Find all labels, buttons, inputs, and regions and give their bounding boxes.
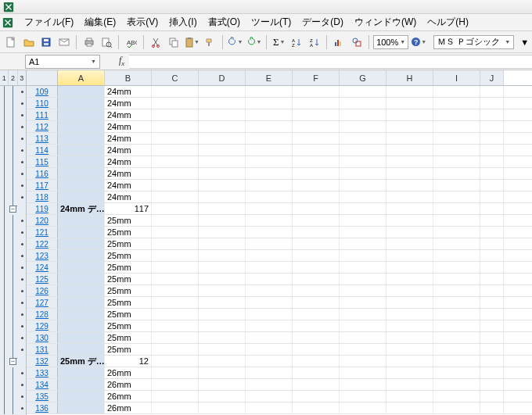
row-header[interactable]: 119 (27, 203, 58, 214)
cell-F[interactable] (293, 332, 340, 343)
cell-F[interactable] (293, 356, 340, 367)
cell-E[interactable] (246, 121, 293, 132)
col-header-G[interactable]: G (340, 70, 386, 85)
cell-H[interactable] (386, 215, 433, 226)
cell-E[interactable] (246, 250, 293, 261)
cell-G[interactable] (340, 285, 386, 296)
row-header[interactable]: 110 (27, 98, 58, 109)
cell-A[interactable] (58, 250, 105, 261)
cell-B[interactable]: 25mm (105, 309, 152, 320)
cell-F[interactable] (293, 391, 340, 402)
cell-C[interactable] (152, 215, 199, 226)
cell-C[interactable] (152, 145, 199, 156)
cell-G[interactable] (340, 391, 386, 402)
cell-F[interactable] (293, 109, 340, 120)
cell-J[interactable] (480, 391, 504, 402)
cell-B[interactable]: 12 (105, 356, 152, 367)
cell-C[interactable] (152, 168, 199, 179)
cell-F[interactable] (293, 215, 340, 226)
cell-J[interactable] (480, 356, 504, 367)
cell-H[interactable] (386, 274, 433, 284)
cell-D[interactable] (199, 238, 246, 249)
cell-G[interactable] (340, 332, 386, 343)
cell-F[interactable] (293, 402, 340, 413)
cell-A[interactable] (58, 121, 105, 132)
cell-B[interactable]: 24mm (105, 191, 152, 202)
cell-E[interactable] (246, 133, 293, 144)
menu-edit[interactable]: 編集(E) (79, 14, 121, 30)
cell-H[interactable] (386, 309, 433, 320)
cell-G[interactable] (340, 86, 386, 97)
outline-level-3[interactable]: 3 (18, 70, 26, 85)
row-header[interactable]: 120 (27, 215, 58, 226)
row-header[interactable]: 124 (27, 262, 58, 273)
save-button[interactable] (38, 34, 55, 51)
cell-A[interactable] (58, 109, 105, 120)
cell-F[interactable] (293, 262, 340, 273)
cell-F[interactable] (293, 297, 340, 308)
cell-H[interactable] (386, 379, 433, 390)
cell-B[interactable]: 25mm (105, 262, 152, 273)
cell-I[interactable] (433, 297, 480, 308)
cell-D[interactable] (199, 203, 246, 214)
cell-J[interactable] (480, 156, 504, 167)
cell-C[interactable] (152, 391, 199, 402)
cell-E[interactable] (246, 238, 293, 249)
cell-G[interactable] (340, 180, 386, 191)
cell-J[interactable] (480, 215, 504, 226)
copy-button[interactable] (165, 34, 182, 51)
cell-B[interactable]: 24mm (105, 133, 152, 144)
row-header[interactable]: 121 (27, 227, 58, 238)
cell-I[interactable] (433, 262, 480, 273)
row-header[interactable]: 135 (27, 391, 58, 402)
cell-B[interactable]: 25mm (105, 332, 152, 343)
cell-G[interactable] (340, 98, 386, 109)
open-button[interactable] (21, 34, 38, 51)
cell-D[interactable] (199, 145, 246, 156)
cell-D[interactable] (199, 332, 246, 343)
cell-I[interactable] (433, 191, 480, 202)
cell-H[interactable] (386, 156, 433, 167)
cell-I[interactable] (433, 332, 480, 343)
cell-D[interactable] (199, 156, 246, 167)
cell-B[interactable]: 24mm (105, 98, 152, 109)
cell-G[interactable] (340, 215, 386, 226)
cell-A[interactable] (58, 367, 105, 378)
cell-C[interactable] (152, 250, 199, 261)
cell-B[interactable]: 26mm (105, 402, 152, 413)
cell-A[interactable] (58, 156, 105, 167)
col-header-H[interactable]: H (386, 70, 433, 85)
cell-I[interactable] (433, 180, 480, 191)
cell-F[interactable] (293, 320, 340, 331)
cell-A[interactable] (58, 391, 105, 402)
cell-E[interactable] (246, 86, 293, 97)
cell-B[interactable]: 25mm (105, 297, 152, 308)
cell-F[interactable] (293, 98, 340, 109)
cell-I[interactable] (433, 133, 480, 144)
cell-C[interactable] (152, 320, 199, 331)
email-button[interactable] (56, 34, 73, 51)
menu-file[interactable]: ファイル(F) (19, 14, 79, 30)
menu-help[interactable]: ヘルプ(H) (422, 14, 474, 30)
font-combo[interactable]: ＭＳ Ｐゴシック▼ (433, 35, 514, 49)
cell-B[interactable]: 24mm (105, 168, 152, 179)
outline-collapse[interactable]: − (9, 206, 16, 213)
cell-H[interactable] (386, 391, 433, 402)
cell-J[interactable] (480, 168, 504, 179)
cell-H[interactable] (386, 367, 433, 378)
spelling-button[interactable]: ABC (123, 34, 139, 51)
cell-G[interactable] (340, 203, 386, 214)
cell-J[interactable] (480, 402, 504, 413)
cell-H[interactable] (386, 168, 433, 179)
cell-A[interactable] (58, 285, 105, 296)
cell-C[interactable] (152, 356, 199, 367)
cell-B[interactable]: 25mm (105, 227, 152, 238)
print-preview-button[interactable] (99, 34, 115, 51)
toolbar-overflow[interactable]: ▼ (520, 38, 529, 47)
cell-E[interactable] (246, 285, 293, 296)
cell-E[interactable] (246, 109, 293, 120)
cell-A[interactable] (58, 332, 105, 343)
cell-H[interactable] (386, 238, 433, 249)
select-all-corner[interactable] (27, 70, 58, 85)
cell-J[interactable] (480, 86, 504, 97)
